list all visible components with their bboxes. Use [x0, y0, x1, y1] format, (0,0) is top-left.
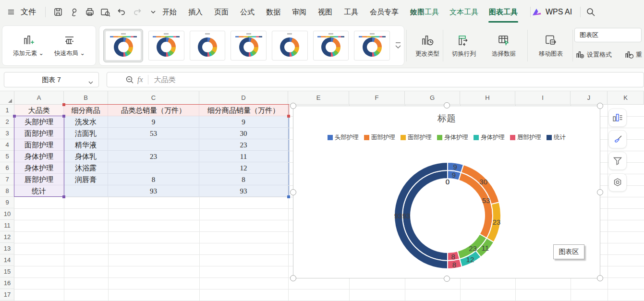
- chart-handle-top-center[interactable]: [444, 102, 450, 108]
- col-header-B[interactable]: B: [64, 91, 108, 105]
- gallery-thumb-5[interactable]: [313, 31, 349, 60]
- formula-bar[interactable]: fx 大品类: [107, 72, 644, 87]
- table-cell[interactable]: [108, 162, 199, 174]
- move-chart-button[interactable]: 移动图表: [530, 25, 571, 66]
- chart-handle-bottom-center[interactable]: [444, 276, 450, 282]
- gallery-more-button[interactable]: [395, 42, 401, 49]
- chart-handle-bottom-right[interactable]: [597, 275, 603, 281]
- hamburger-icon[interactable]: [5, 6, 17, 18]
- menu-tab-8[interactable]: 会员专享: [364, 0, 404, 24]
- table-cell[interactable]: 9: [108, 116, 199, 128]
- table-cell[interactable]: 身体乳: [64, 151, 108, 162]
- table-cell[interactable]: [108, 139, 199, 151]
- gallery-thumb-3[interactable]: [231, 31, 267, 60]
- col-header-E[interactable]: E: [288, 91, 349, 105]
- name-box[interactable]: 图表 7: [4, 72, 99, 87]
- col-header-A[interactable]: A: [14, 91, 64, 105]
- row-header-14[interactable]: 14: [0, 254, 14, 266]
- range-handle[interactable]: [287, 195, 290, 198]
- row-header-10[interactable]: 10: [0, 208, 14, 220]
- table-cell[interactable]: 面部护理: [14, 128, 64, 139]
- style-brush-button[interactable]: [608, 130, 627, 148]
- table-cell[interactable]: 统计: [14, 185, 64, 197]
- print-preview-icon[interactable]: [99, 6, 112, 18]
- menu-tab-2[interactable]: 页面: [208, 0, 234, 24]
- row-header-2[interactable]: 2: [0, 116, 14, 128]
- export-icon[interactable]: [68, 6, 80, 18]
- reset-style-button[interactable]: 重: [624, 50, 642, 59]
- table-header-cell[interactable]: 细分商品销量（万件）: [199, 105, 288, 116]
- table-cell[interactable]: 面部护理: [14, 139, 64, 151]
- range-handle[interactable]: [13, 115, 16, 118]
- row-header-12[interactable]: 12: [0, 231, 14, 243]
- row-header-16[interactable]: 16: [0, 277, 14, 289]
- range-handle[interactable]: [62, 195, 65, 198]
- range-handle[interactable]: [62, 115, 65, 118]
- chart-handle-top-right[interactable]: [597, 103, 603, 109]
- table-cell[interactable]: 30: [199, 128, 288, 139]
- table-cell[interactable]: 23: [108, 151, 199, 162]
- quick-layout-button[interactable]: 快速布局 ⌄: [53, 26, 86, 65]
- col-header-H[interactable]: H: [460, 91, 515, 105]
- select-all-corner[interactable]: [0, 91, 14, 105]
- table-cell[interactable]: [64, 185, 108, 197]
- row-header-15[interactable]: 15: [0, 266, 14, 277]
- table-cell[interactable]: 身体护理: [14, 151, 64, 162]
- print-icon[interactable]: [84, 6, 96, 18]
- row-header-1[interactable]: 1: [0, 105, 14, 116]
- row-header-5[interactable]: 5: [0, 151, 14, 162]
- row-header-6[interactable]: 6: [0, 162, 14, 174]
- table-cell[interactable]: 93: [199, 185, 288, 197]
- table-cell[interactable]: 洗发水: [64, 116, 108, 128]
- settings-button[interactable]: [608, 173, 627, 192]
- zoom-out-icon[interactable]: [125, 75, 134, 84]
- table-cell[interactable]: 23: [199, 139, 288, 151]
- gallery-thumb-1[interactable]: [148, 31, 184, 60]
- menu-tab-1[interactable]: 插入: [182, 0, 208, 24]
- table-cell[interactable]: 12: [199, 162, 288, 174]
- search-icon[interactable]: [584, 5, 597, 19]
- save-icon[interactable]: [52, 6, 64, 18]
- switch-row-col-button[interactable]: 切换行列: [445, 25, 483, 66]
- col-header-J[interactable]: J: [571, 91, 608, 105]
- chart-elements-button[interactable]: [608, 108, 627, 127]
- col-header-G[interactable]: G: [405, 91, 460, 105]
- chart-handle-right-middle[interactable]: [597, 189, 603, 195]
- row-header-9[interactable]: 9: [0, 197, 14, 208]
- chart-handle-left-middle[interactable]: [290, 189, 296, 195]
- name-box-chevron-icon[interactable]: [87, 76, 94, 91]
- chart-area-combobox[interactable]: 图表区: [574, 28, 642, 42]
- table-cell[interactable]: 头部护理: [14, 116, 64, 128]
- row-header-7[interactable]: 7: [0, 174, 14, 185]
- table-cell[interactable]: 9: [199, 116, 288, 128]
- col-header-K[interactable]: K: [608, 91, 644, 105]
- menu-tab-4[interactable]: 数据: [260, 0, 286, 24]
- tool-tab-0[interactable]: 绘图工具: [405, 0, 444, 24]
- gallery-thumb-0[interactable]: [105, 31, 141, 60]
- menu-tab-6[interactable]: 视图: [312, 0, 338, 24]
- table-cell[interactable]: 唇部护理: [14, 174, 64, 185]
- row-header-13[interactable]: 13: [0, 243, 14, 254]
- table-header-cell[interactable]: 大品类: [14, 105, 64, 116]
- row-header-11[interactable]: 11: [0, 220, 14, 231]
- table-cell[interactable]: 沐浴露: [64, 162, 108, 174]
- add-element-button[interactable]: 添加元素 ⌄: [12, 26, 45, 65]
- col-header-F[interactable]: F: [349, 91, 405, 105]
- change-type-button[interactable]: 更改类型: [408, 25, 447, 66]
- table-header-cell[interactable]: 品类总销量（万件）: [108, 105, 199, 116]
- gallery-thumb-2[interactable]: [190, 31, 226, 60]
- menu-tab-7[interactable]: 工具: [338, 0, 364, 24]
- range-handle[interactable]: [287, 115, 290, 118]
- file-menu[interactable]: 文件: [21, 7, 36, 17]
- row-header-4[interactable]: 4: [0, 139, 14, 151]
- row-header-3[interactable]: 3: [0, 128, 14, 139]
- table-cell[interactable]: 11: [199, 151, 288, 162]
- chart-handle-top-left[interactable]: [290, 103, 296, 109]
- row-header-8[interactable]: 8: [0, 185, 14, 197]
- table-cell[interactable]: 93: [108, 185, 199, 197]
- table-cell[interactable]: 洁面乳: [64, 128, 108, 139]
- table-header-cell[interactable]: 细分商品: [64, 105, 108, 116]
- menu-tab-3[interactable]: 公式: [234, 0, 260, 24]
- col-header-D[interactable]: D: [199, 91, 288, 105]
- redo-icon[interactable]: [131, 6, 144, 18]
